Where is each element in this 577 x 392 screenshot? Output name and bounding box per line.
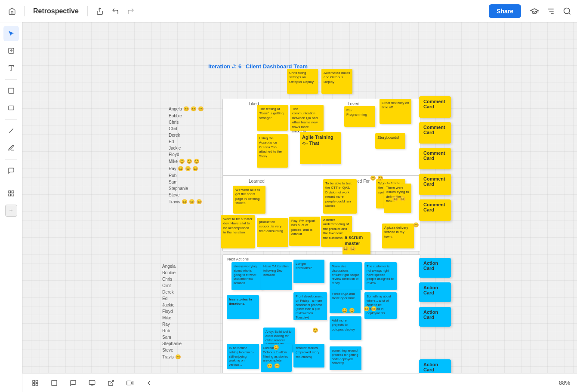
sticky-flexibility[interactable]: Great flexibility on time off [380,99,411,124]
sticky-auto-builds[interactable]: Automated builds and Octopus Deploy [321,69,352,94]
learned-label: Learned [249,179,265,184]
canvas[interactable]: Iteration #: 6 Client Dashboard Team Ang… [22,22,577,392]
emoji-2: 😊 😊 [392,196,406,202]
header-right-icons [530,6,572,16]
sticky-blue-smaller-stories[interactable]: smaller stories (improved story structur… [293,344,324,368]
sticky-blue-team-size[interactable]: Team size discussions — ensure right peo… [330,262,362,290]
emoji-3: 😊 [413,222,419,228]
bottom-present-tool[interactable] [86,377,98,389]
sticky-blue-allow-adding[interactable]: IS borderline asking too much - still en… [227,344,259,369]
bottom-video-tool[interactable] [124,377,136,389]
sidebar-divider-1 [5,79,17,80]
sticky-blue-qa-iteration[interactable]: Have QA iteration following Dev Iteratio… [261,262,292,290]
comment-card-5[interactable]: Comment Card [419,199,451,221]
page-title: Retrospective [30,7,82,15]
header: Retrospective Share [0,0,577,22]
sticky-prod-support[interactable]: production support is very time consumin… [257,218,288,247]
bottom-grid-tool[interactable] [29,377,41,389]
comment-tool[interactable] [3,163,19,178]
svg-line-12 [9,129,13,132]
emoji-6: 😊 [312,328,318,333]
bottom-toolbar: 88% [22,373,577,392]
sticky-blue-less-stories[interactable]: less stories in iterations. [227,295,259,319]
svg-rect-19 [33,383,35,386]
rectangle-tool[interactable] [3,100,19,116]
sticky-pizza-delivery[interactable]: A pizza delivery service in my town. [382,224,414,248]
text-tool[interactable] [3,60,19,76]
emoji-7: 😊 [273,345,279,350]
svg-line-5 [569,12,571,14]
share-button[interactable] [93,4,107,18]
svg-point-4 [564,8,570,13]
cursor-tool[interactable] [3,26,19,41]
graduate-icon[interactable] [530,6,539,16]
sticky-agile-training[interactable]: Agile Training <-- That [300,132,341,164]
undo-button[interactable] [108,4,122,18]
sticky-scrum-master[interactable]: a scrum master [342,232,370,257]
redo-button[interactable] [124,4,138,18]
comment-card-2[interactable]: Comment Card [419,122,451,144]
svg-rect-14 [12,191,14,193]
board-h-divider [223,175,420,176]
svg-rect-25 [127,381,131,385]
sticky-pair-prog[interactable]: Pair Programming [344,106,375,127]
share-button-main[interactable]: Share [489,4,521,18]
sticky-acceptance-criteria[interactable]: Using the Acceptance Criteria Tab attach… [257,134,288,168]
sticky-chris-octopus[interactable]: Chris fixing settings on Octopus Deploy [287,69,318,94]
header-separator-1 [24,6,25,16]
comment-card-3[interactable]: Comment Card [419,148,451,169]
svg-rect-10 [9,88,14,93]
comment-card-1[interactable]: Comment Card [419,96,451,118]
loved-label: Loved [348,101,359,106]
line-tool[interactable] [3,123,19,138]
bottom-external-tool[interactable] [105,377,117,389]
sticky-ctt-test[interactable]: To be able to test the CTT in QA2. Divis… [323,179,357,214]
action-card-2[interactable]: Action Card [419,282,451,302]
frame-tool[interactable] [3,83,19,98]
emoji-5: 😊 😊 [364,306,377,312]
comment-card-4[interactable]: Comment Card [419,174,451,195]
emoji-4: 😊 😊 [342,246,356,251]
sticky-ray-pm-import[interactable]: Ray: PM Import has a lot of pieces, and … [289,217,320,246]
sticky-blue-front-dev[interactable]: Front development on Friday - a more con… [293,292,327,320]
header-separator-2 [87,6,88,16]
upload-tool[interactable] [3,43,19,58]
sticky-blue-planning[interactable]: Something about where... a lot of code t… [364,292,397,319]
svg-rect-13 [9,191,11,193]
action-card-3[interactable]: Action Card [419,307,451,327]
svg-line-23 [111,380,114,383]
sidebar-divider-2 [5,119,17,119]
emoji-8: 😊 😊 [267,363,280,369]
bottom-collapse-tool[interactable] [143,377,155,389]
pen-tool[interactable] [3,140,19,156]
svg-rect-15 [9,194,11,196]
sticky-faster-dev[interactable]: Want to be a faster dev. Have a lot to b… [221,215,255,248]
sticky-team-feeling[interactable]: The feeling of 'Team' is getting stronge… [257,105,288,131]
left-sidebar: + [0,22,22,392]
search-icon[interactable] [562,6,572,16]
sticky-communication[interactable]: The communication between QA and other t… [290,105,324,131]
sticky-blue-something[interactable]: something around process for getting cod… [330,346,361,370]
svg-rect-11 [9,106,14,110]
sidebar-divider-3 [5,159,17,159]
settings-icon[interactable] [546,6,555,16]
home-button[interactable] [5,4,19,18]
add-frame-button[interactable]: + [5,205,17,217]
main-layout: + Iteration #: 6 Client Dashboard Team A… [0,22,577,392]
sticky-blue-longer-iterations[interactable]: Longer Iterations? [293,260,324,283]
next-actions-label: Next Actions [227,257,249,261]
names-column-top: Angela 😊 😊 😊 Bobbie Chris Clint Derek Ed… [169,106,204,205]
zoom-level: 88% [559,380,570,386]
svg-marker-24 [131,381,133,384]
sticky-blue-worries[interactable]: always worrying about who is going to fi… [231,262,262,290]
grid-tool[interactable] [3,186,19,201]
svg-rect-18 [36,380,38,383]
action-card-1[interactable]: Action Card [419,258,451,278]
sticky-iteration-define[interactable]: We were able to get the sprint page in d… [233,186,265,214]
sticky-blue-customer[interactable]: The customer is not always right - have … [364,262,397,290]
sticky-storyboards[interactable]: Storyboards! [375,133,405,149]
sticky-blue-add-projects[interactable]: Add more projects to octopus deploy [330,316,361,340]
undo-redo-group [93,4,138,18]
bottom-frame-tool[interactable] [48,377,60,389]
bottom-comment-tool[interactable] [67,377,79,389]
